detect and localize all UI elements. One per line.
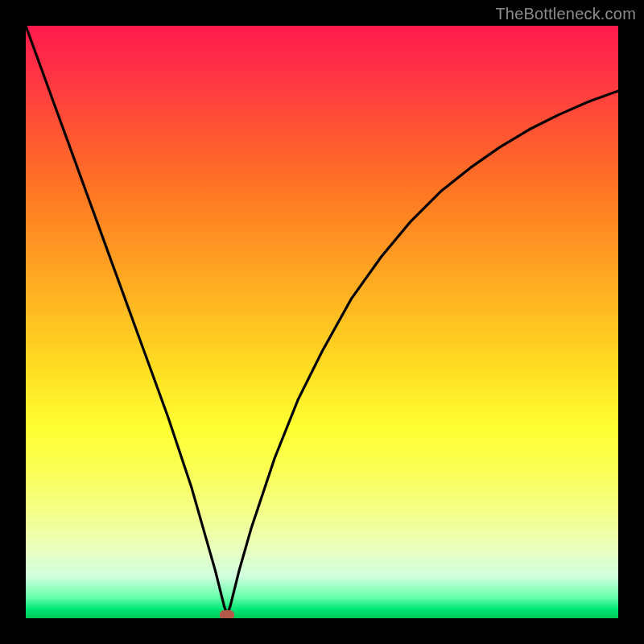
watermark-text: TheBottleneck.com: [495, 5, 636, 23]
minimum-marker: [220, 610, 234, 618]
plot-area: [26, 26, 618, 618]
chart-frame: TheBottleneck.com: [0, 0, 644, 644]
bottleneck-curve: [26, 26, 618, 618]
